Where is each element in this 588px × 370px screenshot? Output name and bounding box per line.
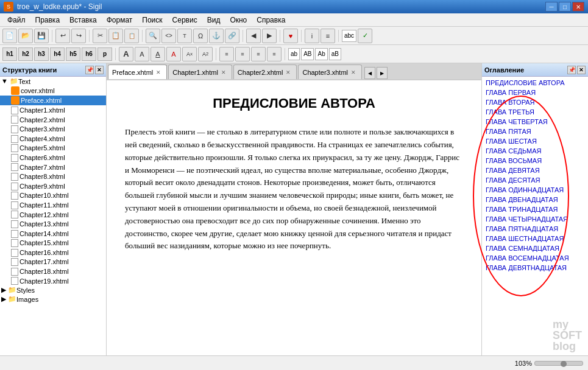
font-medium-button[interactable]: A (135, 47, 149, 61)
zoom-slider[interactable] (534, 361, 583, 366)
tree-item[interactable]: ▼ 📁Text (0, 77, 106, 86)
font-underline-button[interactable]: A (151, 47, 165, 61)
close-button[interactable]: ✕ (572, 2, 584, 12)
save-button[interactable]: 💾 (34, 29, 49, 43)
content-body[interactable]: ПРЕДИСЛОВИЕ АВТОРА Прелесть этой книги —… (107, 80, 481, 355)
tree-item[interactable]: Chapter19.xhtml (0, 276, 106, 286)
minimize-button[interactable]: ─ (545, 2, 558, 12)
toc-item[interactable]: ГЛАВА ПЯТАЯ (483, 127, 587, 136)
text-button[interactable]: T (177, 29, 192, 43)
font-color-button[interactable]: A (166, 47, 181, 61)
tree-item[interactable]: Chapter8.xhtml (0, 172, 106, 181)
tree-item[interactable]: ▶ 📁Styles (0, 285, 106, 295)
toc-item[interactable]: ГЛАВА ТРЕТЬЯ (483, 107, 587, 117)
tree-item[interactable]: Chapter3.xhtml (0, 124, 106, 134)
prev-button[interactable]: ◀ (246, 29, 261, 43)
tree-item[interactable]: Chapter5.xhtml (0, 144, 106, 153)
tree-item[interactable]: ▶ 📁Images (0, 295, 106, 304)
menu-file[interactable]: Файл (2, 15, 30, 26)
undo-button[interactable]: ↩ (55, 29, 70, 43)
list-button[interactable]: ≡ (321, 29, 335, 43)
toc-close-button[interactable]: ✕ (577, 66, 586, 74)
check-button[interactable]: ✓ (358, 29, 372, 43)
fav-button[interactable]: ♥ (283, 29, 298, 43)
tree-item[interactable]: Chapter18.xhtml (0, 267, 106, 276)
next-button[interactable]: ▶ (262, 29, 277, 43)
tab-chapter2-close[interactable]: ✕ (285, 69, 291, 75)
align-justify-button[interactable]: ≡ (267, 47, 282, 61)
tab-chapter3[interactable]: Chapter3.xhtml ✕ (298, 65, 362, 79)
anchor-button[interactable]: ⚓ (209, 29, 224, 43)
redo-button[interactable]: ↪ (71, 29, 86, 43)
link-button[interactable]: 🔗 (225, 29, 239, 43)
h6-button[interactable]: h6 (82, 47, 96, 61)
font-large-button[interactable]: A (119, 47, 133, 61)
tree-item[interactable]: Chapter11.xhtml (0, 200, 106, 210)
toc-item[interactable]: ГЛАВА ДВЕНАДЦАТАЯ (483, 195, 587, 204)
h3-button[interactable]: h3 (34, 47, 49, 61)
tab-chapter1[interactable]: Chapter1.xhtml ✕ (168, 65, 232, 79)
toc-item[interactable]: ГЛАВА ПЕРВАЯ (483, 88, 587, 97)
align-center-button[interactable]: ≡ (235, 47, 250, 61)
h4-button[interactable]: h4 (50, 47, 65, 61)
tab-chapter3-close[interactable]: ✕ (350, 69, 356, 75)
tree-item[interactable]: Chapter17.xhtml (0, 257, 106, 267)
font-sup-button[interactable]: A2 (198, 47, 213, 61)
tab-chapter1-close[interactable]: ✕ (221, 69, 227, 75)
find-button[interactable]: 🔍 (146, 29, 160, 43)
tree-item[interactable]: Chapter13.xhtml (0, 219, 106, 229)
menu-service[interactable]: Сервис (168, 15, 202, 26)
toc-item[interactable]: ГЛАВА ДЕВЯТНАДЦАТАЯ (483, 263, 587, 273)
toc-item[interactable]: ГЛАВА ПЯТНАДЦАТАЯ (483, 224, 587, 234)
toc-item[interactable]: ГЛАВА ВТОРАЯ (483, 97, 587, 107)
tree-item[interactable]: Preface.xhtml (0, 96, 106, 105)
AB-button[interactable]: AB (301, 48, 314, 60)
omega-button[interactable]: Ω (193, 29, 208, 43)
tree-item[interactable]: Chapter1.xhtml (0, 105, 106, 115)
toc-item[interactable]: ГЛАВА СЕДЬМАЯ (483, 146, 587, 156)
new-button[interactable]: 📄 (2, 29, 17, 43)
tab-chapter2[interactable]: Chapter2.xhtml ✕ (233, 65, 297, 79)
panel-pin-button[interactable]: 📌 (85, 66, 94, 74)
menu-window[interactable]: Окно (225, 15, 252, 26)
menu-view[interactable]: Вид (202, 15, 225, 26)
menu-search[interactable]: Поиск (137, 15, 167, 26)
toc-item[interactable]: ПРЕДИСЛОВИЕ АВТОРА (483, 78, 587, 88)
font-sub-button[interactable]: Ax (182, 47, 197, 61)
tree-item[interactable]: Chapter7.xhtml (0, 162, 106, 172)
h5-button[interactable]: h5 (66, 47, 80, 61)
p-button[interactable]: p (97, 47, 112, 61)
toc-item[interactable]: ГЛАВА ВОСЕМНАДЦАТАЯ (483, 253, 587, 263)
tab-preface[interactable]: Preface.xhtml ✕ (108, 65, 167, 79)
toc-item[interactable]: ГЛАВА ОДИННАДЦАТАЯ (483, 185, 587, 195)
align-right-button[interactable]: ≡ (251, 47, 266, 61)
align-left-button[interactable]: ≡ (219, 47, 234, 61)
menu-help[interactable]: Справка (252, 15, 290, 26)
toc-item[interactable]: ГЛАВА ДЕВЯТАЯ (483, 166, 587, 175)
toc-item[interactable]: ГЛАВА ЧЕТЫРНАДЦАТАЯ (483, 214, 587, 224)
tree-item[interactable]: Chapter12.xhtml (0, 210, 106, 220)
toc-item[interactable]: ГЛАВА ШЕСТНАДЦАТАЯ (483, 234, 587, 243)
aB-button[interactable]: aB (329, 48, 341, 60)
toc-pin-button[interactable]: 📌 (567, 66, 576, 74)
tab-preface-close[interactable]: ✕ (155, 69, 161, 75)
tab-scroll-left[interactable]: ◀ (364, 67, 375, 79)
menu-insert[interactable]: Вставка (65, 15, 102, 26)
ab-button[interactable]: ab (288, 48, 300, 60)
tree-item[interactable]: Chapter6.xhtml (0, 153, 106, 162)
toc-item[interactable]: ГЛАВА ТРИНАДЦАТАЯ (483, 204, 587, 214)
code-button[interactable]: <> (161, 29, 176, 43)
tree-item[interactable]: Chapter10.xhtml (0, 191, 106, 201)
tree-item[interactable]: Chapter15.xhtml (0, 239, 106, 248)
panel-close-button[interactable]: ✕ (95, 66, 104, 74)
toc-item[interactable]: ГЛАВА ШЕСТАЯ (483, 136, 587, 146)
h1-button[interactable]: h1 (2, 47, 17, 61)
tree-item[interactable]: Chapter16.xhtml (0, 248, 106, 257)
cut-button[interactable]: ✂ (93, 29, 107, 43)
Ab-button[interactable]: Ab (315, 48, 327, 60)
tab-scroll-right[interactable]: ▶ (377, 67, 388, 79)
toc-item[interactable]: ГЛАВА ЧЕТВЕРТАЯ (483, 117, 587, 127)
paste-button[interactable]: 📋 (124, 29, 139, 43)
menu-format[interactable]: Формат (102, 15, 138, 26)
open-button[interactable]: 📂 (18, 29, 33, 43)
